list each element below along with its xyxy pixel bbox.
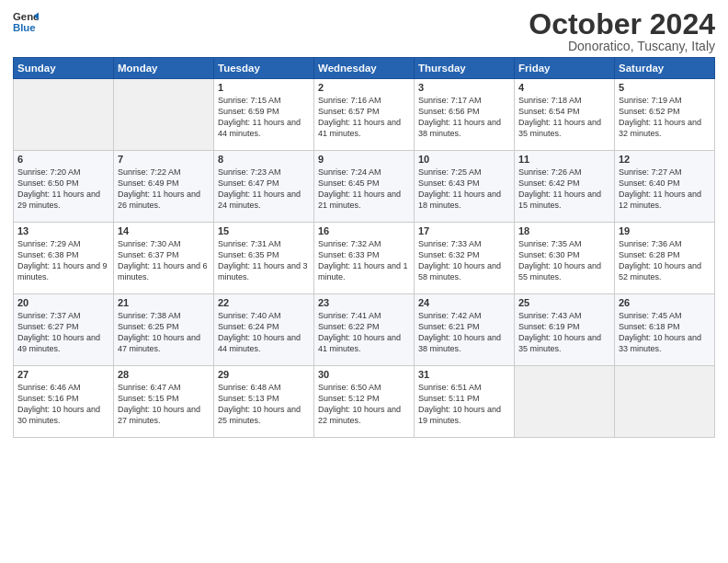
calendar-cell: 11Sunrise: 7:26 AM Sunset: 6:42 PM Dayli… <box>515 151 615 223</box>
day-number: 3 <box>418 82 510 93</box>
day-number: 19 <box>619 225 711 236</box>
day-number: 23 <box>318 297 410 308</box>
page-container: General Blue October 2024 Donoratico, Tu… <box>0 0 728 447</box>
calendar-cell <box>14 79 114 151</box>
calendar-week-5: 27Sunrise: 6:46 AM Sunset: 5:16 PM Dayli… <box>14 366 715 438</box>
calendar-cell: 19Sunrise: 7:36 AM Sunset: 6:28 PM Dayli… <box>615 223 715 294</box>
day-number: 28 <box>118 369 210 380</box>
calendar-cell: 2Sunrise: 7:16 AM Sunset: 6:57 PM Daylig… <box>314 79 415 151</box>
logo-icon: General Blue <box>13 9 39 35</box>
day-info: Sunrise: 7:40 AM Sunset: 6:24 PM Dayligh… <box>218 310 310 355</box>
day-number: 22 <box>218 297 310 308</box>
day-info: Sunrise: 7:17 AM Sunset: 6:56 PM Dayligh… <box>418 95 510 140</box>
day-info: Sunrise: 7:31 AM Sunset: 6:35 PM Dayligh… <box>218 238 310 283</box>
calendar-cell: 3Sunrise: 7:17 AM Sunset: 6:56 PM Daylig… <box>415 79 515 151</box>
day-info: Sunrise: 7:22 AM Sunset: 6:49 PM Dayligh… <box>118 167 210 212</box>
calendar-cell: 13Sunrise: 7:29 AM Sunset: 6:38 PM Dayli… <box>14 223 114 294</box>
calendar-cell: 17Sunrise: 7:33 AM Sunset: 6:32 PM Dayli… <box>415 223 515 294</box>
day-number: 2 <box>318 82 410 93</box>
day-number: 11 <box>518 154 610 165</box>
day-info: Sunrise: 7:15 AM Sunset: 6:59 PM Dayligh… <box>218 95 310 140</box>
day-number: 7 <box>118 154 210 165</box>
day-info: Sunrise: 7:27 AM Sunset: 6:40 PM Dayligh… <box>619 167 711 212</box>
calendar-cell: 15Sunrise: 7:31 AM Sunset: 6:35 PM Dayli… <box>214 223 314 294</box>
day-info: Sunrise: 7:36 AM Sunset: 6:28 PM Dayligh… <box>619 238 711 283</box>
calendar-cell <box>615 366 715 438</box>
calendar-table: Sunday Monday Tuesday Wednesday Thursday… <box>13 57 715 438</box>
calendar-body: 1Sunrise: 7:15 AM Sunset: 6:59 PM Daylig… <box>14 79 715 438</box>
calendar-week-3: 13Sunrise: 7:29 AM Sunset: 6:38 PM Dayli… <box>14 223 715 294</box>
day-number: 1 <box>218 82 310 93</box>
col-saturday: Saturday <box>615 58 715 79</box>
calendar-cell: 23Sunrise: 7:41 AM Sunset: 6:22 PM Dayli… <box>314 294 415 366</box>
day-info: Sunrise: 7:33 AM Sunset: 6:32 PM Dayligh… <box>418 238 510 283</box>
calendar-cell: 7Sunrise: 7:22 AM Sunset: 6:49 PM Daylig… <box>114 151 214 223</box>
calendar-cell: 28Sunrise: 6:47 AM Sunset: 5:15 PM Dayli… <box>114 366 214 438</box>
calendar-cell: 8Sunrise: 7:23 AM Sunset: 6:47 PM Daylig… <box>214 151 314 223</box>
logo: General Blue <box>13 9 39 35</box>
day-number: 5 <box>619 82 711 93</box>
day-info: Sunrise: 7:32 AM Sunset: 6:33 PM Dayligh… <box>318 238 410 283</box>
day-number: 13 <box>17 225 109 236</box>
calendar-header-row: Sunday Monday Tuesday Wednesday Thursday… <box>14 58 715 79</box>
header: General Blue October 2024 Donoratico, Tu… <box>13 9 715 53</box>
day-number: 27 <box>17 369 109 380</box>
svg-text:General: General <box>13 11 39 22</box>
month-title: October 2024 <box>529 9 715 39</box>
day-number: 20 <box>17 297 109 308</box>
day-number: 8 <box>218 154 310 165</box>
calendar-cell: 14Sunrise: 7:30 AM Sunset: 6:37 PM Dayli… <box>114 223 214 294</box>
col-friday: Friday <box>515 58 615 79</box>
day-number: 16 <box>318 225 410 236</box>
day-info: Sunrise: 7:25 AM Sunset: 6:43 PM Dayligh… <box>418 167 510 212</box>
day-number: 4 <box>518 82 610 93</box>
day-info: Sunrise: 7:41 AM Sunset: 6:22 PM Dayligh… <box>318 310 410 355</box>
col-thursday: Thursday <box>415 58 515 79</box>
calendar-cell: 16Sunrise: 7:32 AM Sunset: 6:33 PM Dayli… <box>314 223 415 294</box>
location: Donoratico, Tuscany, Italy <box>529 39 715 53</box>
day-number: 17 <box>418 225 510 236</box>
col-monday: Monday <box>114 58 214 79</box>
calendar-cell: 9Sunrise: 7:24 AM Sunset: 6:45 PM Daylig… <box>314 151 415 223</box>
calendar-cell: 27Sunrise: 6:46 AM Sunset: 5:16 PM Dayli… <box>14 366 114 438</box>
calendar-week-4: 20Sunrise: 7:37 AM Sunset: 6:27 PM Dayli… <box>14 294 715 366</box>
day-number: 6 <box>17 154 109 165</box>
col-wednesday: Wednesday <box>314 58 415 79</box>
day-info: Sunrise: 7:38 AM Sunset: 6:25 PM Dayligh… <box>118 310 210 355</box>
col-sunday: Sunday <box>14 58 114 79</box>
day-info: Sunrise: 7:45 AM Sunset: 6:18 PM Dayligh… <box>619 310 711 355</box>
day-number: 18 <box>518 225 610 236</box>
calendar-cell: 26Sunrise: 7:45 AM Sunset: 6:18 PM Dayli… <box>615 294 715 366</box>
day-number: 26 <box>619 297 711 308</box>
day-info: Sunrise: 7:37 AM Sunset: 6:27 PM Dayligh… <box>17 310 109 355</box>
day-number: 10 <box>418 154 510 165</box>
day-number: 12 <box>619 154 711 165</box>
calendar-cell: 20Sunrise: 7:37 AM Sunset: 6:27 PM Dayli… <box>14 294 114 366</box>
calendar-cell: 12Sunrise: 7:27 AM Sunset: 6:40 PM Dayli… <box>615 151 715 223</box>
day-info: Sunrise: 7:19 AM Sunset: 6:52 PM Dayligh… <box>619 95 711 140</box>
calendar-cell: 29Sunrise: 6:48 AM Sunset: 5:13 PM Dayli… <box>214 366 314 438</box>
day-number: 25 <box>518 297 610 308</box>
calendar-cell: 18Sunrise: 7:35 AM Sunset: 6:30 PM Dayli… <box>515 223 615 294</box>
day-info: Sunrise: 7:23 AM Sunset: 6:47 PM Dayligh… <box>218 167 310 212</box>
day-info: Sunrise: 7:42 AM Sunset: 6:21 PM Dayligh… <box>418 310 510 355</box>
calendar-cell: 31Sunrise: 6:51 AM Sunset: 5:11 PM Dayli… <box>415 366 515 438</box>
day-info: Sunrise: 7:43 AM Sunset: 6:19 PM Dayligh… <box>518 310 610 355</box>
day-info: Sunrise: 6:46 AM Sunset: 5:16 PM Dayligh… <box>17 382 109 427</box>
day-info: Sunrise: 6:50 AM Sunset: 5:12 PM Dayligh… <box>318 382 410 427</box>
day-number: 24 <box>418 297 510 308</box>
calendar-week-1: 1Sunrise: 7:15 AM Sunset: 6:59 PM Daylig… <box>14 79 715 151</box>
day-info: Sunrise: 7:18 AM Sunset: 6:54 PM Dayligh… <box>518 95 610 140</box>
day-info: Sunrise: 6:47 AM Sunset: 5:15 PM Dayligh… <box>118 382 210 427</box>
day-info: Sunrise: 7:20 AM Sunset: 6:50 PM Dayligh… <box>17 167 109 212</box>
calendar-cell: 25Sunrise: 7:43 AM Sunset: 6:19 PM Dayli… <box>515 294 615 366</box>
col-tuesday: Tuesday <box>214 58 314 79</box>
title-block: October 2024 Donoratico, Tuscany, Italy <box>529 9 715 53</box>
day-number: 21 <box>118 297 210 308</box>
calendar-cell <box>114 79 214 151</box>
day-number: 29 <box>218 369 310 380</box>
day-info: Sunrise: 7:16 AM Sunset: 6:57 PM Dayligh… <box>318 95 410 140</box>
day-info: Sunrise: 7:24 AM Sunset: 6:45 PM Dayligh… <box>318 167 410 212</box>
day-info: Sunrise: 7:35 AM Sunset: 6:30 PM Dayligh… <box>518 238 610 283</box>
day-info: Sunrise: 7:29 AM Sunset: 6:38 PM Dayligh… <box>17 238 109 283</box>
